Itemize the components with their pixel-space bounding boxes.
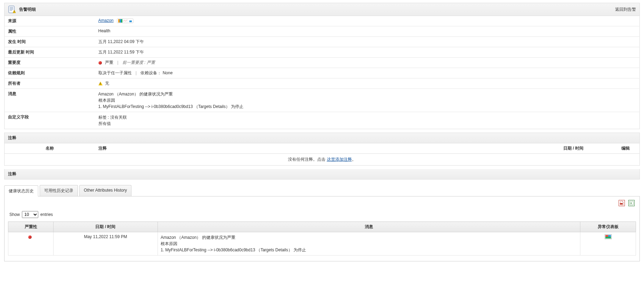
history-col-datetime[interactable]: 日期 / 时间 xyxy=(54,222,158,232)
tab-other-attributes-history[interactable]: Other Attributes History xyxy=(79,185,131,196)
svg-text:!: ! xyxy=(14,10,15,13)
notes-col-name: 名称 xyxy=(5,143,95,153)
entries-show-label: Show xyxy=(9,212,20,217)
separator: | xyxy=(136,70,137,75)
occur-time-label: 发生 时间 xyxy=(5,37,95,47)
row-datetime: May 11,2022 11:59 PM xyxy=(54,232,158,255)
prev-severity-label: 前一重要度 : xyxy=(122,60,146,65)
message-line: 1. MyFirstALBForTesting --> i-0b380b6cad… xyxy=(161,247,577,253)
message-line: 根本原因 xyxy=(161,241,577,247)
anomaly-dashboard-icon[interactable] xyxy=(605,234,612,239)
table-view-icon[interactable] xyxy=(128,19,132,23)
message-line: 根本原因 xyxy=(98,97,636,103)
severity-label: 重要度 xyxy=(5,58,95,68)
severity-dot-icon xyxy=(98,61,102,65)
severity-dot-icon xyxy=(28,235,32,239)
notes-section-header: 注释 xyxy=(4,133,640,143)
source-label: 来源 xyxy=(5,16,95,26)
page-header: ! 告警明细 返回到告警 xyxy=(4,3,640,16)
message-label: 消息 xyxy=(5,89,95,112)
export-pdf-icon[interactable] xyxy=(619,200,625,206)
notes-section-header-2: 注释 xyxy=(4,169,640,179)
notes-columns: 名称 注释 日期 / 时间 编辑 xyxy=(4,143,640,154)
deprule-left: 取决于任一子属性 xyxy=(98,70,132,75)
tab-availability-history[interactable]: 可用性历史记录 xyxy=(40,185,78,196)
bar-chart-icon[interactable] xyxy=(118,19,122,23)
custom-fields-line: 标签 : 没有关联 xyxy=(98,114,636,120)
updated-time-label: 最后更新 时间 xyxy=(5,47,95,58)
prev-severity-value: 严重 xyxy=(147,60,155,65)
history-col-message[interactable]: 消息 xyxy=(158,222,580,232)
history-table: 严重性 日期 / 时间 消息 异常仪表板 May 11,2022 11:59 P… xyxy=(8,221,636,255)
notes-empty-row: 没有任何注释。点击 这里添加注释。 xyxy=(4,154,640,166)
attribute-value: Health xyxy=(95,26,640,37)
detail-table: 来源 Amazon 属性 Health 发生 时间 五月 11,2022 04:… xyxy=(4,16,640,129)
history-panel: X Show 102550100 entries 严重性 日期 / 时间 消息 … xyxy=(4,196,640,261)
row-severity xyxy=(8,232,54,255)
message-line: 1. MyFirstALBForTesting --> i-0b380b6cad… xyxy=(98,103,636,110)
deprule-right-value: None xyxy=(163,70,173,75)
entries-select[interactable]: 102550100 xyxy=(22,211,38,218)
table-row: May 11,2022 11:59 PMAmazon （Amazon） 的健康状… xyxy=(8,232,636,255)
history-tabs: 健康状态历史 可用性历史记录 Other Attributes History xyxy=(4,185,640,196)
tab-health-history[interactable]: 健康状态历史 xyxy=(4,185,38,196)
history-col-severity[interactable]: 严重性 xyxy=(8,222,54,232)
line-chart-icon[interactable] xyxy=(123,19,127,23)
notes-empty-prefix: 没有任何注释。点击 xyxy=(288,157,327,162)
warning-icon xyxy=(98,82,103,85)
owner-value: 无 xyxy=(105,81,109,86)
export-excel-icon[interactable]: X xyxy=(628,200,635,206)
notes-col-datetime: 日期 / 时间 xyxy=(535,143,612,153)
add-note-link[interactable]: 这里添加注释 xyxy=(327,157,352,162)
separator: | xyxy=(117,60,118,65)
deprule-label: 依赖规则 xyxy=(5,68,95,78)
notes-empty-suffix: 。 xyxy=(352,157,356,162)
notes-col-edit: 编辑 xyxy=(612,143,639,153)
deprule-right-label: 依赖设备： xyxy=(140,70,161,75)
page-title: 告警明细 xyxy=(19,7,36,12)
attribute-label: 属性 xyxy=(5,26,95,37)
back-to-alarms-link[interactable]: 返回到告警 xyxy=(615,7,636,12)
severity-value: 严重 xyxy=(105,60,113,65)
custom-fields-line: 所有值 xyxy=(98,120,636,127)
row-dashboard xyxy=(580,232,636,255)
svg-rect-7 xyxy=(620,203,623,204)
entries-text: entries xyxy=(40,212,53,217)
source-chart-icons[interactable] xyxy=(117,18,134,23)
owner-label: 所有者 xyxy=(5,78,95,89)
svg-text:X: X xyxy=(630,202,632,204)
notes-col-note: 注释 xyxy=(95,143,535,153)
source-link[interactable]: Amazon xyxy=(98,18,114,23)
message-line: Amazon （Amazon） 的健康状况为严重 xyxy=(161,234,577,241)
occur-time-value: 五月 11,2022 04:09 下午 xyxy=(95,37,640,47)
updated-time-value: 五月 11,2022 11:59 下午 xyxy=(95,47,640,58)
alarm-detail-icon: ! xyxy=(8,5,16,14)
message-line: Amazon （Amazon） 的健康状况为严重 xyxy=(98,91,636,97)
history-col-dashboard[interactable]: 异常仪表板 xyxy=(580,222,636,232)
row-message: Amazon （Amazon） 的健康状况为严重根本原因1. MyFirstAL… xyxy=(158,232,580,255)
custom-fields-label: 自定义字段 xyxy=(5,112,95,129)
